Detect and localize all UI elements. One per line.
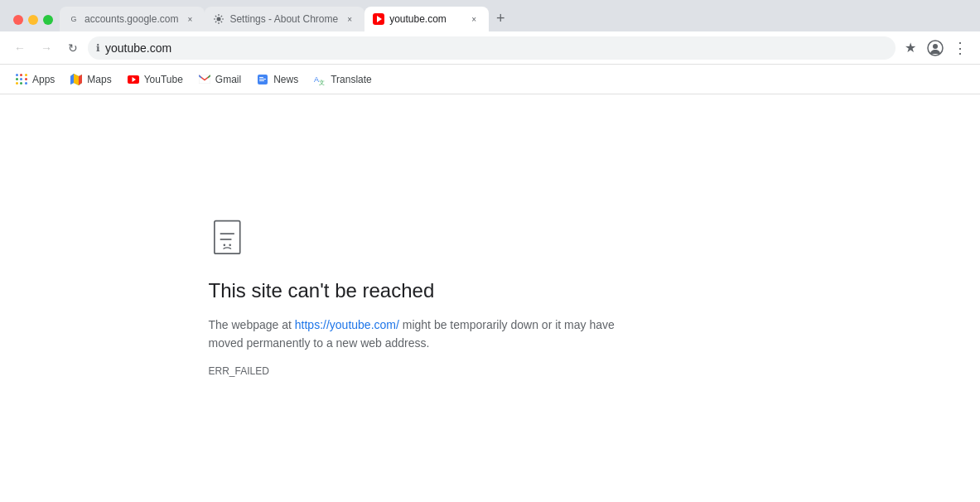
tabs-bar: G accounts.google.com × Settings - About… xyxy=(60,7,973,31)
error-body: The webpage at https://youtube.com/ migh… xyxy=(209,316,623,353)
translate-icon: A 文 xyxy=(313,73,326,86)
new-tab-button[interactable]: + xyxy=(489,7,512,30)
bookmark-apps-label: Apps xyxy=(32,74,55,85)
svg-point-2 xyxy=(217,17,221,22)
bookmark-star-button[interactable]: ★ xyxy=(899,36,922,60)
tab-settings-title: Settings - About Chrome xyxy=(229,13,338,25)
back-button[interactable]: ← xyxy=(8,36,31,60)
bookmark-news-label: News xyxy=(273,74,298,85)
bookmark-news[interactable]: News xyxy=(249,70,305,89)
title-bar: G accounts.google.com × Settings - About… xyxy=(0,0,980,31)
bookmark-apps[interactable]: Apps xyxy=(8,70,61,89)
bookmark-translate-label: Translate xyxy=(331,74,372,85)
address-text: youtube.com xyxy=(105,41,887,55)
close-button[interactable] xyxy=(13,15,23,25)
settings-favicon xyxy=(213,13,224,25)
tab-settings-close[interactable]: × xyxy=(343,12,356,26)
window-controls xyxy=(7,15,60,31)
svg-text:G: G xyxy=(70,15,76,23)
info-icon: ℹ xyxy=(96,42,100,54)
svg-marker-8 xyxy=(79,75,82,85)
news-icon xyxy=(256,73,269,86)
svg-point-21 xyxy=(223,244,225,246)
tab-youtube-title: youtube.com xyxy=(389,13,462,25)
svg-rect-11 xyxy=(199,75,210,84)
apps-icon xyxy=(15,73,28,86)
forward-button[interactable]: → xyxy=(35,36,58,60)
main-content: This site can't be reached The webpage a… xyxy=(0,94,980,502)
gmail-icon xyxy=(198,73,211,86)
svg-marker-6 xyxy=(74,74,79,85)
svg-rect-14 xyxy=(259,79,266,80)
reload-button[interactable]: ↻ xyxy=(61,36,84,60)
tab-settings[interactable]: Settings - About Chrome × xyxy=(205,7,364,31)
bookmark-maps[interactable]: Maps xyxy=(63,70,118,89)
svg-rect-13 xyxy=(259,77,263,78)
tab-accounts[interactable]: G accounts.google.com × xyxy=(60,7,205,31)
minimize-button[interactable] xyxy=(28,15,38,25)
accounts-favicon: G xyxy=(68,13,80,25)
bookmark-maps-label: Maps xyxy=(87,74,111,85)
maps-icon xyxy=(70,73,83,86)
account-button[interactable] xyxy=(924,36,947,60)
error-body-link[interactable]: https://youtube.com/ xyxy=(295,318,399,331)
nav-bar: ← → ↻ ℹ youtube.com ★ ⋮ xyxy=(0,31,980,65)
bookmark-youtube[interactable]: YouTube xyxy=(120,70,190,89)
address-bar[interactable]: ℹ youtube.com xyxy=(88,36,896,60)
bookmark-youtube-label: YouTube xyxy=(144,74,183,85)
youtube-favicon-tab xyxy=(373,13,384,25)
svg-rect-15 xyxy=(259,80,264,81)
bookmark-gmail[interactable]: Gmail xyxy=(191,70,248,89)
tab-accounts-close[interactable]: × xyxy=(183,12,196,26)
bookmark-translate[interactable]: A 文 Translate xyxy=(307,70,379,89)
error-code: ERR_FAILED xyxy=(209,365,269,377)
svg-marker-7 xyxy=(70,74,74,84)
error-body-prefix: The webpage at xyxy=(209,318,295,331)
nav-right: ★ ⋮ xyxy=(899,36,972,60)
error-container: This site can't be reached The webpage a… xyxy=(209,220,623,378)
tab-youtube-close[interactable]: × xyxy=(467,12,480,26)
menu-button[interactable]: ⋮ xyxy=(949,36,972,60)
bookmark-gmail-label: Gmail xyxy=(215,74,241,85)
tab-youtube[interactable]: youtube.com × xyxy=(364,7,489,31)
svg-rect-18 xyxy=(214,220,239,253)
tab-accounts-title: accounts.google.com xyxy=(84,13,178,25)
svg-point-4 xyxy=(933,44,938,49)
maximize-button[interactable] xyxy=(43,15,53,25)
bookmarks-bar: Apps Maps YouTube xyxy=(0,65,980,94)
error-icon xyxy=(209,220,249,263)
account-icon xyxy=(927,40,944,56)
youtube-icon xyxy=(127,73,140,86)
error-title: This site can't be reached xyxy=(209,279,435,302)
svg-point-22 xyxy=(229,244,231,246)
svg-text:文: 文 xyxy=(319,80,325,85)
